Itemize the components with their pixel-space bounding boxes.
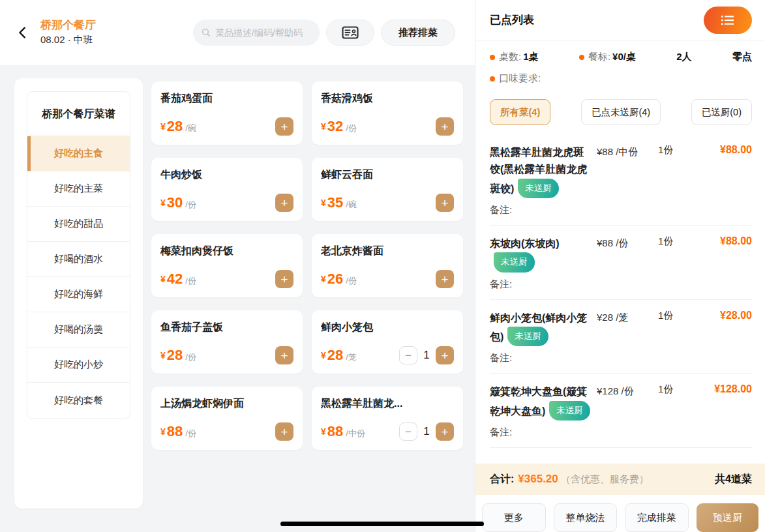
order-item-name: 鲜肉小笼包(鲜肉小笼包)未送厨 <box>490 310 592 347</box>
category-item[interactable]: 好吃的甜品 <box>27 207 130 242</box>
add-dish-button[interactable]: + <box>275 194 293 212</box>
add-dish-button[interactable]: + <box>436 346 454 364</box>
category-item[interactable]: 好吃的套餐 <box>27 383 130 418</box>
action-button[interactable]: 更多 <box>482 503 546 532</box>
dish-card[interactable]: 香菇滑鸡饭 ¥ 32 /份 + <box>312 81 463 145</box>
currency-symbol: ¥ <box>321 350 326 361</box>
dish-card[interactable]: 上汤焗龙虾焖伊面 ¥ 88 /份 + <box>151 387 303 450</box>
dish-card[interactable]: 番茄鸡蛋面 ¥ 28 /碗 + <box>151 81 303 145</box>
action-button[interactable]: 完成排菜 <box>625 503 689 532</box>
dish-price: 88 <box>327 423 343 440</box>
add-dish-button[interactable]: + <box>436 194 454 212</box>
dish-name: 梅菜扣肉煲仔饭 <box>160 244 293 258</box>
category-items: 好吃的主食 好吃的主菜 好吃的甜品 好喝的酒水 <box>27 136 130 418</box>
dish-name: 黑松露羊肚菌龙... <box>321 397 454 411</box>
order-item: 黑松露羊肚菌龙虎斑饺(黑松露羊肚菌龙虎斑饺)未送厨 ¥88 /中份 1份 ¥88… <box>490 134 752 226</box>
currency-symbol: ¥ <box>321 274 326 284</box>
order-item-price: ¥88 /中份 <box>597 144 653 198</box>
category-item[interactable]: 好吃的小炒 <box>27 347 130 383</box>
minus-button[interactable]: − <box>399 422 417 441</box>
dish-name: 鲜肉小笼包 <box>321 321 454 334</box>
recommend-dishes-button[interactable]: 推荐排菜 <box>381 20 455 46</box>
category-list: 桥那个餐厅菜谱 好吃的主食 好吃的主菜 <box>27 91 130 419</box>
order-item-qty: 1份 <box>658 235 691 273</box>
dish-quantity: 1 <box>417 425 436 438</box>
dish-search[interactable] <box>193 20 320 46</box>
order-filter-tab[interactable]: 所有菜(4) <box>490 99 550 125</box>
search-input[interactable] <box>215 27 307 38</box>
status-badge: 未送厨 <box>494 252 535 272</box>
category-label: 好吃的海鲜 <box>54 288 103 301</box>
order-item-amount: ¥88.00 <box>696 235 752 273</box>
menu-content: 桥那个餐厅菜谱 好吃的主食 好吃的主菜 <box>0 65 475 532</box>
order-item-name: 簸箕乾坤大盘鱼(簸箕乾坤大盘鱼)未送厨 <box>490 383 592 421</box>
dish-name: 上汤焗龙虾焖伊面 <box>160 397 293 411</box>
dish-name: 老北京炸酱面 <box>321 244 454 258</box>
order-filter-tab[interactable]: 已点未送厨(4) <box>581 99 661 125</box>
category-item[interactable]: 好吃的海鲜 <box>27 277 130 312</box>
dish-card[interactable]: 黑松露羊肚菌龙... ¥ 88 /中份 − 1 + <box>312 387 463 450</box>
status-badge: 未送厨 <box>507 327 548 346</box>
action-button[interactable]: 整单烧法 <box>554 503 618 532</box>
dish-price-row: ¥ 88 /中份 − 1 + <box>321 422 454 441</box>
pos-app: 桥那个餐厅 08.02 · 中班 推荐排菜 桥那个餐厅 <box>0 0 765 532</box>
add-dish-button[interactable]: + <box>275 346 293 364</box>
category-item[interactable]: 好吃的主菜 <box>27 171 130 207</box>
category-item[interactable]: 好吃的主食 <box>27 136 130 171</box>
dish-card[interactable]: 鲜虾云吞面 ¥ 35 /碗 + <box>312 158 463 221</box>
order-item-amount: ¥28.00 <box>696 310 752 347</box>
dish-card[interactable]: 老北京炸酱面 ¥ 26 /份 + <box>312 234 463 297</box>
dish-name: 番茄鸡蛋面 <box>160 92 293 106</box>
table-count: 桌数: 1桌 <box>490 51 539 63</box>
dish-card[interactable]: 梅菜扣肉煲仔饭 ¥ 42 /份 + <box>151 234 303 297</box>
dish-price-row: ¥ 88 /份 + <box>160 422 293 441</box>
add-dish-button[interactable]: + <box>436 422 454 441</box>
order-list-toggle-button[interactable] <box>704 7 752 34</box>
add-dish-button[interactable]: + <box>275 117 293 136</box>
total-label: 合计: <box>490 473 514 486</box>
dish-card[interactable]: 鲜肉小笼包 ¥ 28 /笼 − 1 + <box>312 310 463 374</box>
order-item: 簸箕乾坤大盘鱼(簸箕乾坤大盘鱼)未送厨 ¥128 /份 1份 ¥128.00 备… <box>490 374 752 448</box>
back-button[interactable] <box>14 24 31 41</box>
minus-button[interactable]: − <box>399 346 417 364</box>
currency-symbol: ¥ <box>160 426 166 437</box>
add-dish-button[interactable]: + <box>436 117 454 136</box>
home-indicator[interactable] <box>280 522 484 526</box>
id-card-icon <box>342 26 359 39</box>
order-item-qty: 1份 <box>658 310 691 347</box>
total-note: （含优惠、服务费） <box>561 473 649 486</box>
add-dish-button[interactable]: + <box>436 270 454 288</box>
order-item-note: 备注: <box>490 352 752 364</box>
order-item-price: ¥28 /笼 <box>597 310 653 347</box>
people-count: 2人 <box>676 51 691 63</box>
action-button[interactable]: 预送厨 <box>697 503 759 532</box>
title-block: 桥那个餐厅 08.02 · 中班 <box>40 18 96 46</box>
order-type: 零点 <box>732 51 752 63</box>
category-item[interactable]: 好喝的汤羹 <box>27 312 130 347</box>
dish-unit: /份 <box>346 123 357 134</box>
status-badge: 未送厨 <box>549 401 590 421</box>
dish-card[interactable]: 鱼香茄子盖饭 ¥ 28 /份 + <box>151 310 303 374</box>
dish-unit: /份 <box>185 199 196 211</box>
order-info-row: 桌数: 1桌 餐标: ¥0/桌 2人 零点 <box>490 51 752 63</box>
dish-name: 鱼香茄子盖饭 <box>160 321 293 334</box>
order-item-note: 备注: <box>490 204 752 216</box>
dish-card[interactable]: 牛肉炒饭 ¥ 30 /份 + <box>151 158 303 221</box>
dish-price: 26 <box>327 271 343 288</box>
category-item[interactable]: 好喝的酒水 <box>27 242 130 277</box>
status-badge: 未送厨 <box>518 179 559 198</box>
category-label: 好吃的小炒 <box>54 359 103 371</box>
search-icon <box>201 27 211 38</box>
dish-grid: 番茄鸡蛋面 ¥ 28 /碗 + 香菇滑鸡饭 <box>151 81 463 450</box>
dish-unit: /中份 <box>346 428 365 439</box>
dish-price: 28 <box>167 118 183 135</box>
add-dish-button[interactable]: + <box>275 270 293 288</box>
member-card-button[interactable] <box>326 20 374 46</box>
add-dish-button[interactable]: + <box>275 422 293 441</box>
category-label: 好吃的甜品 <box>54 218 103 230</box>
dish-name: 牛肉炒饭 <box>160 168 293 182</box>
order-info: 桌数: 1桌 餐标: ¥0/桌 2人 零点 口味要求: <box>475 40 765 91</box>
order-filter-tab[interactable]: 已送厨(0) <box>691 99 752 125</box>
bullet-icon <box>490 55 495 60</box>
dish-price-row: ¥ 26 /份 + <box>321 270 454 288</box>
